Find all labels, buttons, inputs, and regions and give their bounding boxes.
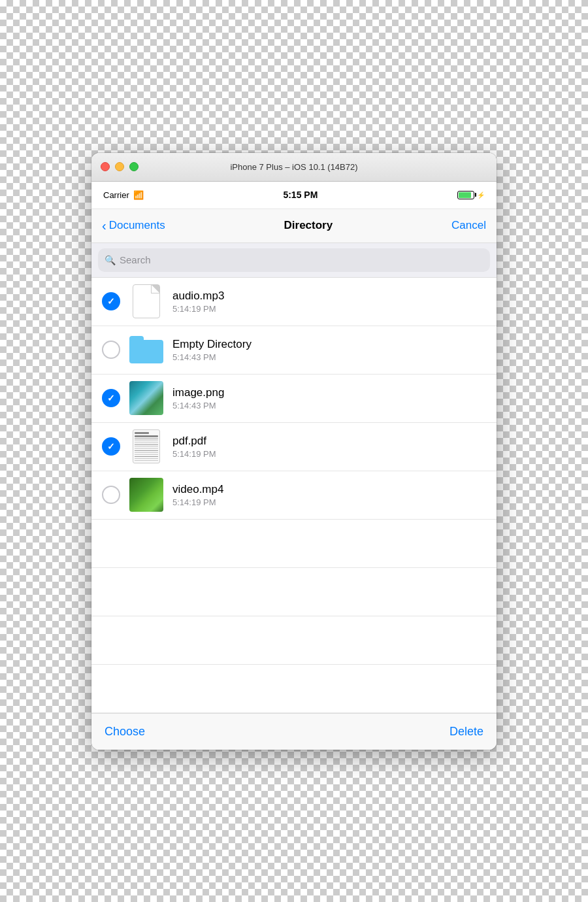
file-info-pdf: pdf.pdf 5:14:19 PM (172, 435, 216, 459)
list-item[interactable]: Empty Directory 5:14:43 PM (91, 326, 497, 375)
file-info-video: video.mp4 5:14:19 PM (172, 483, 223, 507)
file-name: Empty Directory (172, 338, 252, 351)
image-visual (129, 381, 163, 415)
pdf-line (135, 435, 158, 437)
file-list: audio.mp3 5:14:19 PM Empty Directory 5:1… (91, 278, 497, 713)
window-title: iPhone 7 Plus – iOS 10.1 (14B72) (230, 162, 357, 172)
maximize-button[interactable] (129, 162, 139, 171)
pdf-block (135, 439, 158, 461)
delete-button[interactable]: Delete (449, 725, 483, 739)
file-date: 5:14:43 PM (172, 352, 252, 362)
time-label: 5:15 PM (283, 190, 318, 200)
file-date: 5:14:19 PM (172, 304, 224, 314)
list-item[interactable]: audio.mp3 5:14:19 PM (91, 278, 497, 326)
empty-row (91, 520, 497, 568)
file-date: 5:14:19 PM (172, 497, 223, 507)
search-bar-container: 🔍 Search (91, 243, 497, 278)
file-thumbnail-directory (129, 333, 163, 367)
file-info-image: image.png 5:14:43 PM (172, 386, 224, 410)
nav-bar: ‹ Documents Directory Cancel (91, 209, 497, 243)
traffic-lights (101, 162, 139, 171)
file-name: image.png (172, 386, 224, 399)
folder-icon (129, 336, 163, 363)
battery-icon (457, 191, 474, 199)
checkbox-video[interactable] (102, 486, 120, 504)
empty-row (91, 568, 497, 616)
close-button[interactable] (101, 162, 110, 171)
pdf-thumbnail (133, 429, 160, 463)
minimize-button[interactable] (115, 162, 124, 171)
status-bar: Carrier 📶 5:15 PM ⚡ (91, 182, 497, 209)
file-thumbnail-audio (129, 284, 163, 318)
empty-row (91, 616, 497, 665)
status-left: Carrier 📶 (103, 190, 144, 200)
checkbox-pdf[interactable] (102, 437, 120, 456)
checkbox-image[interactable] (102, 389, 120, 407)
checkbox-directory[interactable] (102, 341, 120, 359)
list-item[interactable]: pdf.pdf 5:14:19 PM (91, 423, 497, 471)
list-item[interactable]: image.png 5:14:43 PM (91, 375, 497, 423)
file-info-directory: Empty Directory 5:14:43 PM (172, 338, 252, 362)
folder-body (129, 340, 163, 363)
back-button[interactable]: ‹ Documents (102, 219, 165, 232)
file-info-audio: audio.mp3 5:14:19 PM (172, 290, 224, 314)
video-thumbnail (129, 478, 163, 512)
file-name: audio.mp3 (172, 290, 224, 303)
chevron-left-icon: ‹ (102, 219, 106, 232)
simulator-window: iPhone 7 Plus – iOS 10.1 (14B72) Carrier… (91, 153, 497, 750)
search-bar[interactable]: 🔍 Search (98, 248, 490, 272)
file-name: video.mp4 (172, 483, 223, 496)
page-title: Directory (284, 219, 333, 232)
search-input[interactable]: Search (120, 254, 151, 265)
status-right: ⚡ (457, 191, 485, 199)
empty-row (91, 665, 497, 713)
list-item[interactable]: video.mp4 5:14:19 PM (91, 471, 497, 520)
title-bar: iPhone 7 Plus – iOS 10.1 (14B72) (91, 153, 497, 182)
charging-icon: ⚡ (477, 192, 485, 199)
file-thumbnail-pdf (129, 429, 163, 463)
search-icon: 🔍 (105, 255, 116, 265)
checkbox-audio[interactable] (102, 292, 120, 310)
file-thumbnail-image (129, 381, 163, 415)
choose-button[interactable]: Choose (105, 725, 145, 739)
file-name: pdf.pdf (172, 435, 216, 448)
file-thumbnail-video (129, 478, 163, 512)
wifi-icon: 📶 (133, 190, 144, 200)
carrier-label: Carrier (103, 190, 129, 200)
battery-fill (459, 192, 471, 198)
bottom-toolbar: Choose Delete (91, 713, 497, 750)
file-date: 5:14:19 PM (172, 449, 216, 459)
cancel-button[interactable]: Cancel (451, 219, 486, 232)
pdf-line (135, 432, 149, 434)
file-date: 5:14:43 PM (172, 401, 224, 410)
image-thumbnail (129, 381, 163, 415)
back-label: Documents (109, 219, 165, 232)
file-icon-generic (133, 284, 160, 318)
